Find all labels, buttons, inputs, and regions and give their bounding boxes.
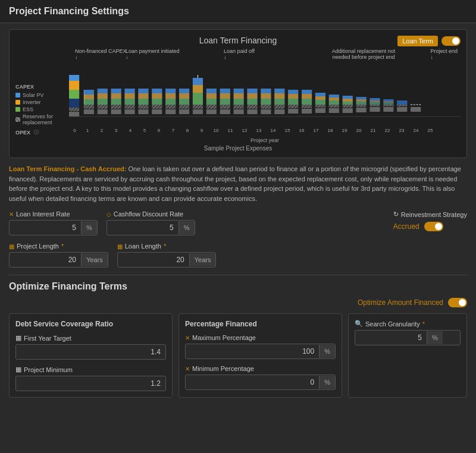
- maximum-percentage-unit: %: [319, 345, 335, 358]
- annotation-loan-paid: Loan paid off↓: [224, 48, 255, 60]
- annotation-loan-init: Loan payment initiated↓: [126, 48, 180, 60]
- project-length-group: ▦ Project Length * Years: [9, 243, 108, 268]
- project-length-label: ▦ Project Length *: [9, 243, 108, 250]
- loan-interest-rate-group: ✕ Loan Interest Rate %: [9, 210, 98, 235]
- svg-rect-47: [165, 89, 176, 93]
- reinvestment-toggle-row: Accrued: [393, 222, 467, 231]
- svg-rect-60: [193, 85, 203, 93]
- cashflow-discount-rate-input[interactable]: [107, 221, 178, 235]
- project-minimum-input[interactable]: [16, 376, 165, 391]
- svg-rect-138: [369, 98, 380, 100]
- svg-rect-27: [111, 109, 121, 114]
- project-length-input-wrapper: Years: [9, 252, 108, 268]
- optimize-toggle-switch[interactable]: [448, 298, 467, 307]
- loan-length-input[interactable]: [118, 253, 189, 267]
- first-year-target-input[interactable]: [16, 345, 165, 359]
- svg-rect-121: [329, 97, 339, 100]
- svg-rect-14: [84, 109, 94, 114]
- search-granularity-group: 🔍 Search Granularity * %: [355, 320, 461, 345]
- svg-rect-132: [356, 97, 367, 99]
- debt-service-title: Debt Service Coverage Ratio: [15, 320, 166, 328]
- x-label-15: 15: [280, 128, 295, 133]
- maximum-percentage-input[interactable]: [186, 344, 319, 358]
- inverter-label-row: Inverter: [15, 99, 69, 105]
- search-granularity-required: *: [422, 320, 425, 328]
- svg-rect-112: [302, 109, 312, 114]
- capex-label-row: CAPEX: [15, 84, 69, 90]
- svg-rect-122: [329, 100, 339, 105]
- x-axis-title: Project year: [69, 137, 461, 143]
- annotation-additional: Additional replacement not needed before…: [331, 48, 396, 60]
- optimize-title: Optimize Financing Terms: [9, 281, 467, 292]
- svg-rect-69: [206, 105, 217, 109]
- svg-rect-103: [288, 94, 298, 99]
- svg-rect-127: [343, 99, 353, 102]
- svg-rect-94: [261, 109, 271, 114]
- y-axis-labels: CAPEX Solar PV Inverter ESS: [15, 72, 69, 136]
- first-year-target-group: ▦ First Year Target: [15, 334, 166, 360]
- x-label-16: 16: [295, 128, 309, 133]
- project-minimum-group: ▦ Project Minimum: [15, 366, 166, 391]
- maximum-percentage-group: ✕ Maximum Percentage %: [185, 334, 336, 359]
- loan-term-toggle-switch[interactable]: [441, 36, 461, 46]
- search-granularity-input[interactable]: [355, 331, 427, 345]
- loan-term-button[interactable]: Loan Term: [397, 36, 438, 46]
- optimize-cards-row: Debt Service Coverage Ratio ▦ First Year…: [9, 313, 467, 398]
- optimize-toggle-row: Optimize Amount Financed: [9, 298, 467, 307]
- svg-rect-118: [315, 108, 325, 113]
- annotation-non-financed: Non-financed CAPEX↓: [75, 48, 127, 60]
- svg-rect-15: [84, 90, 85, 105]
- x-label-21: 21: [366, 128, 380, 133]
- svg-rect-6: [69, 112, 79, 117]
- search-granularity-input-wrapper: %: [355, 330, 461, 345]
- svg-rect-88: [247, 109, 257, 114]
- svg-rect-109: [302, 94, 312, 99]
- percentage-icon: ✕: [9, 211, 14, 218]
- svg-rect-75: [220, 105, 230, 109]
- cashflow-discount-rate-input-wrapper: %: [107, 220, 195, 235]
- svg-rect-76: [220, 109, 230, 114]
- reinvestment-toggle-switch[interactable]: [424, 222, 443, 231]
- svg-rect-80: [234, 99, 244, 105]
- minimum-percentage-input[interactable]: [186, 375, 319, 389]
- svg-rect-91: [261, 93, 271, 99]
- loan-length-required: *: [164, 243, 166, 250]
- loan-interest-rate-input[interactable]: [10, 221, 81, 235]
- project-length-input[interactable]: [10, 253, 81, 267]
- svg-rect-129: [343, 105, 353, 108]
- svg-rect-120: [329, 95, 339, 97]
- svg-rect-82: [234, 109, 244, 114]
- svg-rect-41: [152, 89, 162, 93]
- loan-length-label: ▦ Loan Length *: [117, 243, 217, 250]
- minimum-percentage-input-wrapper: %: [185, 375, 336, 390]
- section-divider: [9, 275, 467, 275]
- first-year-icon: ▦: [15, 334, 21, 342]
- svg-rect-93: [261, 105, 271, 109]
- x-label-5: 5: [137, 128, 152, 133]
- svg-rect-59: [193, 78, 203, 85]
- svg-rect-136: [356, 108, 367, 112]
- loan-interest-rate-label: ✕ Loan Interest Rate: [9, 210, 98, 218]
- svg-rect-141: [369, 105, 380, 106]
- svg-rect-92: [261, 99, 271, 105]
- svg-rect-56: [179, 105, 189, 109]
- x-label-19: 19: [337, 128, 352, 133]
- minimum-percentage-group: ✕ Minimum Percentage %: [185, 365, 336, 390]
- chart-title: Loan Term Financing: [15, 36, 461, 45]
- x-label-9: 9: [195, 128, 209, 133]
- project-length-unit: Years: [81, 253, 108, 266]
- reserves-color-dot: [15, 117, 20, 122]
- svg-rect-86: [247, 99, 257, 105]
- x-label-0: 0: [69, 128, 80, 133]
- svg-rect-115: [315, 96, 325, 100]
- svg-rect-3: [69, 90, 79, 99]
- search-granularity-card: 🔍 Search Granularity * %: [348, 313, 467, 398]
- svg-rect-67: [206, 93, 217, 99]
- min-percent-icon: ✕: [185, 366, 190, 372]
- svg-rect-145: [383, 101, 393, 103]
- max-percent-icon: ✕: [185, 335, 190, 341]
- x-label-17: 17: [309, 128, 323, 133]
- svg-rect-29: [124, 89, 134, 93]
- x-label-7: 7: [166, 128, 180, 133]
- x-axis-labels: 0 1 2 3 4 5 6 7 8 9 10 11 12 13: [69, 128, 461, 133]
